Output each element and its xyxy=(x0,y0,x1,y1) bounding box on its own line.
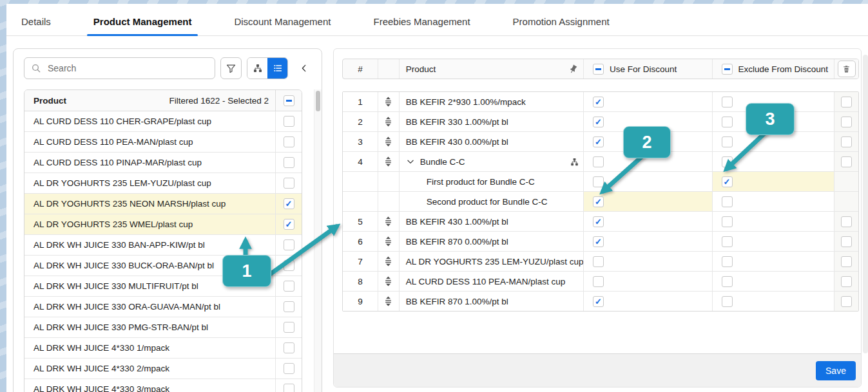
row-checkbox[interactable] xyxy=(284,260,294,271)
list-item[interactable]: AL CURD DESS 110 CHER-GRAPE/plast cup xyxy=(24,111,302,132)
chevron-down-icon[interactable] xyxy=(406,157,415,166)
table-row[interactable]: 5 BB KEFIR 430 1.00%/pt bl xyxy=(343,212,858,232)
list-view-button[interactable] xyxy=(267,58,287,79)
child-product-name: Second product for Bundle C-C xyxy=(406,197,548,207)
delete-row-checkbox[interactable] xyxy=(841,136,852,147)
view-mode-toggle xyxy=(247,57,288,79)
exclude-from-discount-checkbox[interactable] xyxy=(722,256,733,267)
list-item[interactable]: AL DRK WH JUICE 4*330 1/mpack xyxy=(24,338,302,359)
exclude-from-discount-checkbox[interactable] xyxy=(722,117,733,127)
row-checkbox[interactable] xyxy=(284,301,294,312)
list-item[interactable]: AL DR YOGHURTS 235 LEM-YUZU/plast cup xyxy=(24,173,302,194)
bundle-child-row[interactable]: First product for Bundle C-C xyxy=(343,172,858,192)
drag-handle-icon[interactable] xyxy=(384,156,392,167)
list-item[interactable]: AL DRK WH JUICE 330 PMG-STR-BAN/pt bl xyxy=(24,317,302,338)
drag-handle-icon[interactable] xyxy=(384,117,392,127)
left-scrollbar[interactable] xyxy=(314,89,322,392)
exclude-from-discount-checkbox[interactable] xyxy=(722,136,733,147)
list-item[interactable]: AL CURD DESS 110 PEA-MAN/plast cup xyxy=(24,132,302,153)
delete-cell xyxy=(834,252,858,271)
exclude-from-discount-checkbox[interactable] xyxy=(722,216,733,227)
drag-handle-icon[interactable] xyxy=(384,276,392,286)
bundle-row[interactable]: 4 Bundle C-C xyxy=(343,152,858,172)
list-item[interactable]: AL DRK WH JUICE 330 ORA-GUAVA-MAN/pt bl xyxy=(24,297,302,317)
bundle-child-row[interactable]: Second product for Bundle C-C xyxy=(343,192,858,212)
pin-icon[interactable] xyxy=(566,62,579,75)
delete-selected-button[interactable] xyxy=(838,61,856,77)
use-for-discount-checkbox[interactable] xyxy=(593,236,604,247)
delete-row-checkbox[interactable] xyxy=(841,276,852,287)
row-checkbox[interactable] xyxy=(284,363,294,374)
row-checkbox[interactable] xyxy=(284,219,294,230)
search-field[interactable] xyxy=(46,62,197,74)
exclude-from-discount-checkbox[interactable] xyxy=(722,196,733,207)
list-item[interactable]: AL DRK WH JUICE 4*330 3/mpack xyxy=(24,379,302,392)
exclude-column-checkbox[interactable] xyxy=(722,64,733,75)
use-for-discount-checkbox[interactable] xyxy=(593,296,604,307)
delete-row-checkbox[interactable] xyxy=(841,236,852,247)
list-item[interactable]: AL DRK WH JUICE 330 BAN-APP-KIW/pt bl xyxy=(24,235,302,256)
left-scrollbar-thumb[interactable] xyxy=(316,91,320,111)
use-for-discount-checkbox[interactable] xyxy=(593,117,604,127)
tab-product-management[interactable]: Product Management xyxy=(87,16,198,35)
drag-handle-icon[interactable] xyxy=(384,97,392,107)
table-row[interactable]: 9 BB KEFIR 870 1.00%/pt bl xyxy=(343,292,858,311)
use-for-discount-checkbox[interactable] xyxy=(593,216,604,227)
select-all-checkbox[interactable] xyxy=(284,95,294,106)
use-for-discount-checkbox[interactable] xyxy=(593,276,604,287)
tab-freebies-management[interactable]: Freebies Management xyxy=(367,16,476,35)
list-item[interactable]: AL DRK WH JUICE 4*330 2/mpack xyxy=(24,359,302,379)
search-input[interactable] xyxy=(24,57,215,79)
row-checkbox[interactable] xyxy=(284,322,294,333)
tab-discount-management[interactable]: Discount Management xyxy=(227,16,337,35)
filter-button[interactable] xyxy=(220,57,242,79)
tree-view-button[interactable] xyxy=(247,58,267,79)
list-item[interactable]: AL CURD DESS 110 PINAP-MAR/plast cup xyxy=(24,153,302,173)
drag-handle-icon[interactable] xyxy=(384,256,392,266)
row-checkbox[interactable] xyxy=(284,239,294,250)
exclude-from-discount-checkbox[interactable] xyxy=(722,296,733,307)
delete-row-checkbox[interactable] xyxy=(841,296,852,307)
use-for-discount-checkbox[interactable] xyxy=(593,136,604,147)
list-item[interactable]: AL DR YOGHURTS 235 WMEL/plast cup xyxy=(24,214,302,235)
exclude-from-discount-checkbox[interactable] xyxy=(722,176,733,187)
row-checkbox[interactable] xyxy=(284,157,294,168)
tree-view-icon xyxy=(253,63,263,73)
use-for-discount-checkbox[interactable] xyxy=(593,156,604,167)
delete-row-checkbox[interactable] xyxy=(841,156,852,167)
right-scrollbar[interactable] xyxy=(863,55,868,353)
delete-row-checkbox[interactable] xyxy=(841,117,852,127)
tab-promotion-assignment[interactable]: Promotion Assignment xyxy=(506,16,616,35)
exclude-from-discount-checkbox[interactable] xyxy=(722,236,733,247)
exclude-from-discount-checkbox[interactable] xyxy=(722,276,733,287)
delete-row-checkbox[interactable] xyxy=(841,97,852,107)
use-column-checkbox[interactable] xyxy=(593,64,604,75)
delete-row-checkbox[interactable] xyxy=(841,256,852,267)
use-for-discount-checkbox[interactable] xyxy=(593,196,604,207)
drag-handle-icon[interactable] xyxy=(384,216,392,227)
use-for-discount-checkbox[interactable] xyxy=(593,256,604,267)
row-checkbox[interactable] xyxy=(284,384,294,392)
tab-details[interactable]: Details xyxy=(15,16,57,35)
table-row[interactable]: 7 AL DR YOGHURTS 235 LEM-YUZU/plast cup xyxy=(343,252,858,272)
table-row[interactable]: 6 BB KEFIR 870 0.00%/pt bl xyxy=(343,232,858,252)
list-view-icon xyxy=(273,63,283,73)
collapse-panel-button[interactable] xyxy=(296,60,313,77)
drag-handle-icon[interactable] xyxy=(384,296,392,306)
row-checkbox[interactable] xyxy=(284,198,294,209)
row-checkbox[interactable] xyxy=(284,342,294,353)
row-checkbox[interactable] xyxy=(284,116,294,127)
row-checkbox[interactable] xyxy=(284,281,294,292)
list-item[interactable]: AL DR YOGHURTS 235 NEON MARSH/plast cup xyxy=(24,194,302,214)
use-for-discount-checkbox[interactable] xyxy=(593,176,604,187)
row-checkbox[interactable] xyxy=(284,178,294,189)
use-for-discount-checkbox[interactable] xyxy=(593,97,604,107)
exclude-from-discount-checkbox[interactable] xyxy=(722,156,733,167)
delete-row-checkbox[interactable] xyxy=(841,216,852,227)
save-button[interactable]: Save xyxy=(816,361,856,380)
exclude-from-discount-checkbox[interactable] xyxy=(722,97,733,107)
row-checkbox[interactable] xyxy=(284,136,294,147)
table-row[interactable]: 8 AL CURD DESS 110 PEA-MAN/plast cup xyxy=(343,272,858,292)
drag-handle-icon[interactable] xyxy=(384,236,392,247)
drag-handle-icon[interactable] xyxy=(384,136,392,147)
